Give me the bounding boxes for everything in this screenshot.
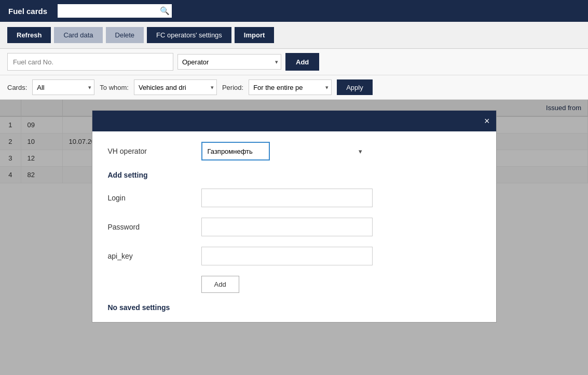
vh-operator-select[interactable]: Газпромнефть bbox=[201, 142, 270, 160]
cards-label: Cards: bbox=[7, 84, 27, 91]
app-title: Fuel cards bbox=[8, 7, 47, 16]
search-input[interactable] bbox=[58, 4, 172, 18]
api-key-row: api_key bbox=[108, 247, 481, 265]
modal-header: × bbox=[92, 111, 496, 131]
modal-dialog: × VH operator Газпромнефть Add setting bbox=[92, 110, 497, 323]
vehicles-select-wrapper: Vehicles and dri bbox=[134, 79, 217, 95]
operator-select-wrapper: Operator bbox=[177, 54, 281, 70]
login-input[interactable] bbox=[201, 189, 373, 207]
login-row: Login bbox=[108, 189, 481, 207]
period-select-wrapper: For the entire pe bbox=[249, 79, 332, 95]
password-row: Password bbox=[108, 218, 481, 236]
main-area: Issued from 1 09 2 10 10.07.2019 3 12 bbox=[0, 100, 588, 375]
top-header: Fuel cards 🔍 bbox=[0, 0, 588, 22]
api-key-input[interactable] bbox=[201, 247, 373, 265]
toolbar: Refresh Card data Delete FC operators' s… bbox=[0, 22, 588, 49]
import-button[interactable]: Import bbox=[235, 27, 274, 43]
vh-operator-row: VH operator Газпромнефть bbox=[108, 142, 481, 160]
modal-overlay: × VH operator Газпромнефть Add setting bbox=[0, 100, 588, 375]
cards-all-select[interactable]: All bbox=[32, 79, 94, 95]
operator-select[interactable]: Operator bbox=[177, 54, 281, 70]
search-icon-button[interactable]: 🔍 bbox=[160, 6, 170, 16]
delete-button[interactable]: Delete bbox=[106, 27, 144, 43]
modal-body[interactable]: VH operator Газпромнефть Add setting Log… bbox=[92, 131, 496, 322]
fuel-card-number-input[interactable] bbox=[7, 53, 173, 71]
all-select-wrapper: All bbox=[32, 79, 94, 95]
add-button[interactable]: Add bbox=[285, 53, 319, 71]
vh-operator-label: VH operator bbox=[108, 147, 201, 155]
add-setting-section: Add setting Login Password api_key bbox=[108, 171, 481, 312]
vehicles-select[interactable]: Vehicles and dri bbox=[134, 79, 217, 95]
card-data-button[interactable]: Card data bbox=[54, 27, 102, 43]
operator-dropdown-wrapper: Газпромнефть bbox=[201, 142, 367, 160]
to-whom-label: To whom: bbox=[100, 84, 129, 91]
add-setting-title: Add setting bbox=[108, 171, 481, 179]
modal-add-button[interactable]: Add bbox=[201, 276, 239, 293]
fc-operators-button[interactable]: FC operators' settings bbox=[147, 27, 231, 43]
api-key-label: api_key bbox=[108, 252, 201, 260]
password-input[interactable] bbox=[201, 218, 373, 236]
password-label: Password bbox=[108, 223, 201, 231]
search-icon: 🔍 bbox=[160, 6, 170, 15]
search-wrapper: 🔍 bbox=[58, 4, 172, 18]
period-label: Period: bbox=[222, 84, 243, 91]
refresh-button[interactable]: Refresh bbox=[7, 27, 51, 43]
login-label: Login bbox=[108, 194, 201, 202]
modal-close-button[interactable]: × bbox=[484, 116, 490, 126]
apply-button[interactable]: Apply bbox=[337, 79, 373, 95]
no-saved-settings: No saved settings bbox=[108, 303, 481, 312]
period-select[interactable]: For the entire pe bbox=[249, 79, 332, 95]
